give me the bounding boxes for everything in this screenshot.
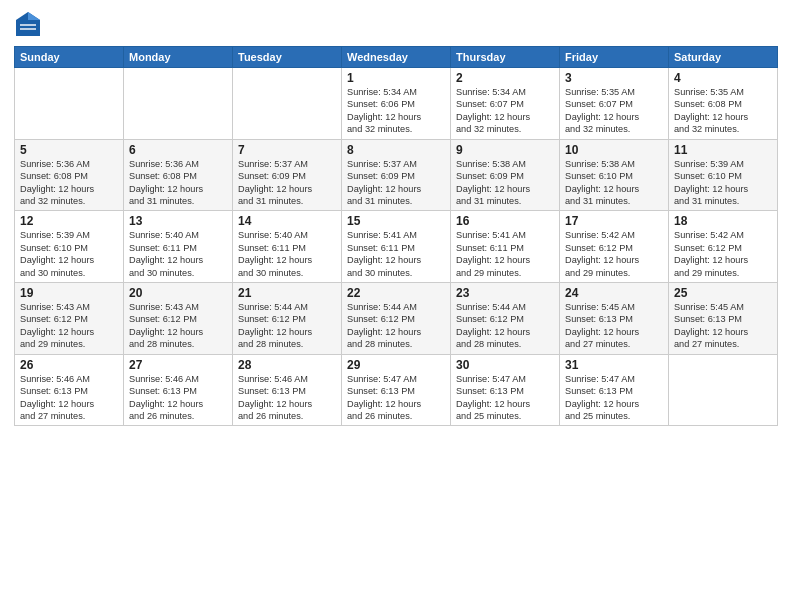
day-cell xyxy=(669,354,778,426)
day-number: 11 xyxy=(674,143,772,157)
svg-rect-3 xyxy=(20,28,36,30)
day-cell: 22Sunrise: 5:44 AM Sunset: 6:12 PM Dayli… xyxy=(342,283,451,355)
day-header-sunday: Sunday xyxy=(15,47,124,68)
day-cell: 16Sunrise: 5:41 AM Sunset: 6:11 PM Dayli… xyxy=(451,211,560,283)
day-cell: 28Sunrise: 5:46 AM Sunset: 6:13 PM Dayli… xyxy=(233,354,342,426)
day-info: Sunrise: 5:35 AM Sunset: 6:07 PM Dayligh… xyxy=(565,86,663,136)
day-cell xyxy=(124,68,233,140)
day-info: Sunrise: 5:44 AM Sunset: 6:12 PM Dayligh… xyxy=(238,301,336,351)
header-row: SundayMondayTuesdayWednesdayThursdayFrid… xyxy=(15,47,778,68)
logo-icon xyxy=(14,10,42,38)
day-info: Sunrise: 5:38 AM Sunset: 6:10 PM Dayligh… xyxy=(565,158,663,208)
day-cell: 27Sunrise: 5:46 AM Sunset: 6:13 PM Dayli… xyxy=(124,354,233,426)
day-number: 2 xyxy=(456,71,554,85)
day-info: Sunrise: 5:40 AM Sunset: 6:11 PM Dayligh… xyxy=(129,229,227,279)
day-header-thursday: Thursday xyxy=(451,47,560,68)
day-number: 3 xyxy=(565,71,663,85)
day-info: Sunrise: 5:40 AM Sunset: 6:11 PM Dayligh… xyxy=(238,229,336,279)
day-number: 30 xyxy=(456,358,554,372)
day-number: 13 xyxy=(129,214,227,228)
day-info: Sunrise: 5:46 AM Sunset: 6:13 PM Dayligh… xyxy=(129,373,227,423)
day-number: 1 xyxy=(347,71,445,85)
day-cell: 20Sunrise: 5:43 AM Sunset: 6:12 PM Dayli… xyxy=(124,283,233,355)
day-info: Sunrise: 5:47 AM Sunset: 6:13 PM Dayligh… xyxy=(347,373,445,423)
calendar-table: SundayMondayTuesdayWednesdayThursdayFrid… xyxy=(14,46,778,426)
day-cell: 9Sunrise: 5:38 AM Sunset: 6:09 PM Daylig… xyxy=(451,139,560,211)
day-cell: 2Sunrise: 5:34 AM Sunset: 6:07 PM Daylig… xyxy=(451,68,560,140)
day-cell: 11Sunrise: 5:39 AM Sunset: 6:10 PM Dayli… xyxy=(669,139,778,211)
week-row-1: 5Sunrise: 5:36 AM Sunset: 6:08 PM Daylig… xyxy=(15,139,778,211)
day-info: Sunrise: 5:47 AM Sunset: 6:13 PM Dayligh… xyxy=(565,373,663,423)
day-info: Sunrise: 5:43 AM Sunset: 6:12 PM Dayligh… xyxy=(20,301,118,351)
day-number: 24 xyxy=(565,286,663,300)
day-info: Sunrise: 5:36 AM Sunset: 6:08 PM Dayligh… xyxy=(129,158,227,208)
day-info: Sunrise: 5:35 AM Sunset: 6:08 PM Dayligh… xyxy=(674,86,772,136)
day-number: 9 xyxy=(456,143,554,157)
day-header-monday: Monday xyxy=(124,47,233,68)
day-number: 16 xyxy=(456,214,554,228)
day-header-tuesday: Tuesday xyxy=(233,47,342,68)
day-number: 28 xyxy=(238,358,336,372)
day-number: 4 xyxy=(674,71,772,85)
day-number: 15 xyxy=(347,214,445,228)
day-info: Sunrise: 5:36 AM Sunset: 6:08 PM Dayligh… xyxy=(20,158,118,208)
day-info: Sunrise: 5:44 AM Sunset: 6:12 PM Dayligh… xyxy=(347,301,445,351)
day-cell: 26Sunrise: 5:46 AM Sunset: 6:13 PM Dayli… xyxy=(15,354,124,426)
day-cell: 24Sunrise: 5:45 AM Sunset: 6:13 PM Dayli… xyxy=(560,283,669,355)
day-info: Sunrise: 5:39 AM Sunset: 6:10 PM Dayligh… xyxy=(674,158,772,208)
day-number: 17 xyxy=(565,214,663,228)
day-cell: 25Sunrise: 5:45 AM Sunset: 6:13 PM Dayli… xyxy=(669,283,778,355)
day-cell: 6Sunrise: 5:36 AM Sunset: 6:08 PM Daylig… xyxy=(124,139,233,211)
day-number: 19 xyxy=(20,286,118,300)
day-info: Sunrise: 5:42 AM Sunset: 6:12 PM Dayligh… xyxy=(674,229,772,279)
day-number: 12 xyxy=(20,214,118,228)
week-row-4: 26Sunrise: 5:46 AM Sunset: 6:13 PM Dayli… xyxy=(15,354,778,426)
header xyxy=(14,10,778,38)
day-number: 29 xyxy=(347,358,445,372)
day-cell: 3Sunrise: 5:35 AM Sunset: 6:07 PM Daylig… xyxy=(560,68,669,140)
day-cell: 15Sunrise: 5:41 AM Sunset: 6:11 PM Dayli… xyxy=(342,211,451,283)
day-info: Sunrise: 5:41 AM Sunset: 6:11 PM Dayligh… xyxy=(456,229,554,279)
day-info: Sunrise: 5:46 AM Sunset: 6:13 PM Dayligh… xyxy=(20,373,118,423)
day-cell: 19Sunrise: 5:43 AM Sunset: 6:12 PM Dayli… xyxy=(15,283,124,355)
day-number: 5 xyxy=(20,143,118,157)
day-info: Sunrise: 5:39 AM Sunset: 6:10 PM Dayligh… xyxy=(20,229,118,279)
day-cell: 8Sunrise: 5:37 AM Sunset: 6:09 PM Daylig… xyxy=(342,139,451,211)
day-cell: 30Sunrise: 5:47 AM Sunset: 6:13 PM Dayli… xyxy=(451,354,560,426)
day-info: Sunrise: 5:42 AM Sunset: 6:12 PM Dayligh… xyxy=(565,229,663,279)
day-info: Sunrise: 5:43 AM Sunset: 6:12 PM Dayligh… xyxy=(129,301,227,351)
logo xyxy=(14,10,46,38)
day-info: Sunrise: 5:44 AM Sunset: 6:12 PM Dayligh… xyxy=(456,301,554,351)
day-cell: 17Sunrise: 5:42 AM Sunset: 6:12 PM Dayli… xyxy=(560,211,669,283)
day-number: 20 xyxy=(129,286,227,300)
week-row-0: 1Sunrise: 5:34 AM Sunset: 6:06 PM Daylig… xyxy=(15,68,778,140)
day-cell: 29Sunrise: 5:47 AM Sunset: 6:13 PM Dayli… xyxy=(342,354,451,426)
day-number: 23 xyxy=(456,286,554,300)
page: SundayMondayTuesdayWednesdayThursdayFrid… xyxy=(0,0,792,612)
day-cell xyxy=(233,68,342,140)
day-number: 22 xyxy=(347,286,445,300)
day-number: 18 xyxy=(674,214,772,228)
day-header-saturday: Saturday xyxy=(669,47,778,68)
day-number: 26 xyxy=(20,358,118,372)
day-info: Sunrise: 5:41 AM Sunset: 6:11 PM Dayligh… xyxy=(347,229,445,279)
day-number: 25 xyxy=(674,286,772,300)
day-number: 31 xyxy=(565,358,663,372)
day-number: 8 xyxy=(347,143,445,157)
day-info: Sunrise: 5:46 AM Sunset: 6:13 PM Dayligh… xyxy=(238,373,336,423)
day-info: Sunrise: 5:45 AM Sunset: 6:13 PM Dayligh… xyxy=(674,301,772,351)
day-number: 27 xyxy=(129,358,227,372)
day-info: Sunrise: 5:34 AM Sunset: 6:06 PM Dayligh… xyxy=(347,86,445,136)
svg-marker-1 xyxy=(28,12,40,20)
day-cell: 7Sunrise: 5:37 AM Sunset: 6:09 PM Daylig… xyxy=(233,139,342,211)
day-info: Sunrise: 5:34 AM Sunset: 6:07 PM Dayligh… xyxy=(456,86,554,136)
day-cell: 12Sunrise: 5:39 AM Sunset: 6:10 PM Dayli… xyxy=(15,211,124,283)
day-cell: 18Sunrise: 5:42 AM Sunset: 6:12 PM Dayli… xyxy=(669,211,778,283)
day-cell: 21Sunrise: 5:44 AM Sunset: 6:12 PM Dayli… xyxy=(233,283,342,355)
day-cell: 4Sunrise: 5:35 AM Sunset: 6:08 PM Daylig… xyxy=(669,68,778,140)
day-cell: 14Sunrise: 5:40 AM Sunset: 6:11 PM Dayli… xyxy=(233,211,342,283)
day-cell: 5Sunrise: 5:36 AM Sunset: 6:08 PM Daylig… xyxy=(15,139,124,211)
day-number: 14 xyxy=(238,214,336,228)
day-info: Sunrise: 5:45 AM Sunset: 6:13 PM Dayligh… xyxy=(565,301,663,351)
day-cell: 31Sunrise: 5:47 AM Sunset: 6:13 PM Dayli… xyxy=(560,354,669,426)
